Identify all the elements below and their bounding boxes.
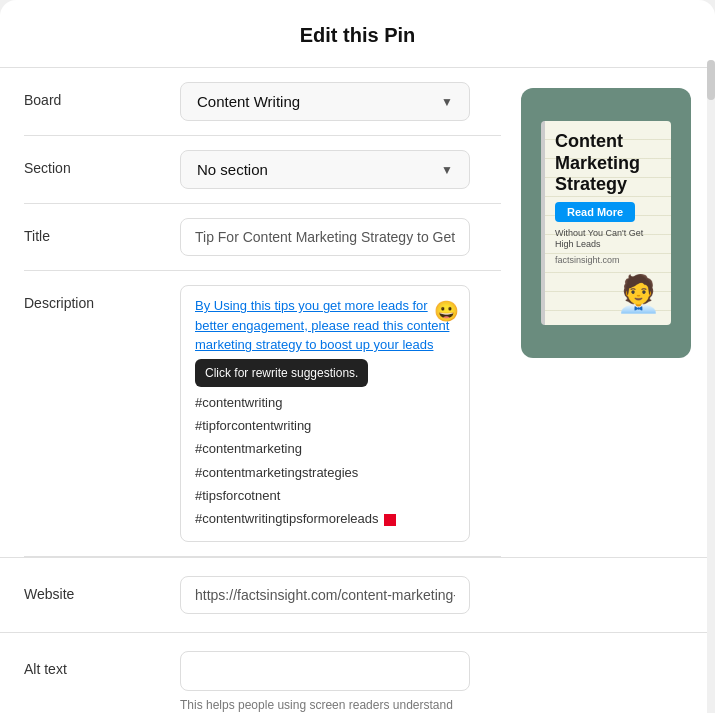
pin-subtitle: Without You Can't Get High Leads bbox=[555, 228, 661, 251]
alt-text-input[interactable] bbox=[180, 651, 470, 691]
scrollbar-track[interactable] bbox=[707, 60, 715, 713]
scrollbar-thumb[interactable] bbox=[707, 60, 715, 100]
description-highlighted: By Using this tips you get more leads fo… bbox=[195, 298, 449, 352]
title-label: Title bbox=[24, 218, 164, 244]
emoji-button[interactable]: 😀 bbox=[434, 296, 459, 326]
section-chevron-icon: ▼ bbox=[441, 163, 453, 177]
description-field[interactable]: 😀 By Using this tips you get more leads … bbox=[180, 285, 470, 542]
alt-helper-text: This helps people using screen readers u… bbox=[180, 697, 470, 713]
edit-pin-modal: Edit this Pin Board Content Writing ▼ Se… bbox=[0, 0, 715, 713]
description-hashtags: #contentwriting #tipforcontentwriting #c… bbox=[195, 391, 455, 531]
pin-brand: factsinsight.com bbox=[555, 255, 661, 265]
pin-figure-icon: 🧑‍💼 bbox=[555, 273, 661, 315]
website-label: Website bbox=[24, 576, 164, 602]
section-select[interactable]: No section ▼ bbox=[180, 150, 470, 189]
section-label: Section bbox=[24, 150, 164, 176]
board-chevron-icon: ▼ bbox=[441, 95, 453, 109]
pin-title: Content Marketing Strategy bbox=[555, 131, 661, 196]
board-value: Content Writing bbox=[197, 93, 300, 110]
board-select[interactable]: Content Writing ▼ bbox=[180, 82, 470, 121]
pin-notebook: Content Marketing Strategy Read More Wit… bbox=[541, 121, 671, 325]
modal-title: Edit this Pin bbox=[0, 24, 715, 68]
red-square-icon bbox=[384, 514, 396, 526]
section-value: No section bbox=[197, 161, 268, 178]
pin-preview: Content Marketing Strategy Read More Wit… bbox=[521, 68, 691, 557]
rewrite-tooltip[interactable]: Click for rewrite suggestions. bbox=[195, 359, 368, 387]
alt-text-label: Alt text bbox=[24, 651, 164, 677]
board-label: Board bbox=[24, 82, 164, 108]
title-input[interactable] bbox=[180, 218, 470, 256]
description-label: Description bbox=[24, 285, 164, 311]
website-input[interactable] bbox=[180, 576, 470, 614]
pin-read-more: Read More bbox=[555, 202, 635, 222]
